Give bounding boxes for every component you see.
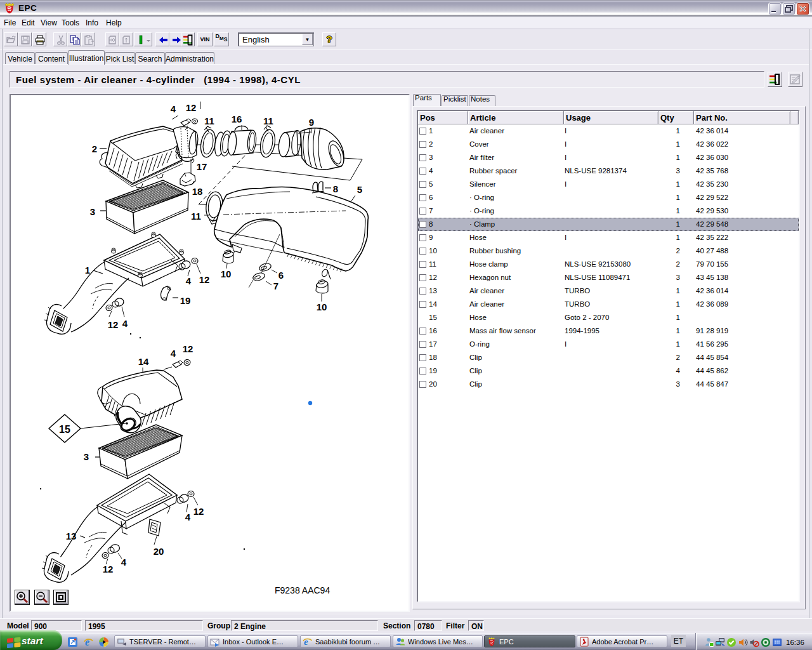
svg-text:4: 4	[171, 103, 176, 114]
svg-text:20: 20	[154, 546, 164, 557]
svg-text:8: 8	[333, 183, 338, 194]
svg-text:4: 4	[122, 318, 128, 329]
svg-text:3: 3	[84, 451, 89, 462]
svg-text:14: 14	[138, 356, 149, 367]
svg-text:7: 7	[273, 281, 278, 291]
svg-text:3: 3	[90, 206, 95, 217]
svg-text:12: 12	[186, 102, 197, 113]
svg-text:e: e	[85, 637, 89, 647]
svg-text:10: 10	[317, 302, 327, 312]
svg-text:5: 5	[357, 184, 362, 195]
svg-text:11: 11	[263, 116, 273, 126]
svg-text:12: 12	[108, 319, 119, 330]
svg-text:12: 12	[103, 564, 114, 574]
svg-text:15: 15	[59, 424, 70, 435]
svg-text:4: 4	[186, 275, 192, 286]
svg-text:19: 19	[180, 295, 191, 306]
svg-text:12: 12	[193, 506, 204, 517]
svg-text:13: 13	[66, 531, 77, 541]
svg-text:11: 11	[204, 116, 214, 126]
svg-text:9: 9	[309, 117, 314, 128]
svg-text:10: 10	[221, 269, 232, 279]
svg-text:11: 11	[191, 211, 201, 222]
svg-text:4: 4	[185, 512, 191, 522]
svg-text:F9238 AAC94: F9238 AAC94	[275, 585, 330, 595]
svg-text:1: 1	[85, 265, 90, 275]
svg-text:6: 6	[278, 270, 284, 281]
svg-text:18: 18	[192, 186, 203, 197]
svg-text:4: 4	[171, 348, 176, 359]
svg-text:4: 4	[121, 557, 127, 567]
svg-text:12: 12	[183, 343, 193, 354]
svg-text:e: e	[304, 637, 308, 647]
svg-text:16: 16	[232, 114, 242, 124]
svg-text:12: 12	[199, 274, 210, 285]
svg-text:2: 2	[92, 143, 97, 154]
svg-text:17: 17	[197, 161, 207, 172]
